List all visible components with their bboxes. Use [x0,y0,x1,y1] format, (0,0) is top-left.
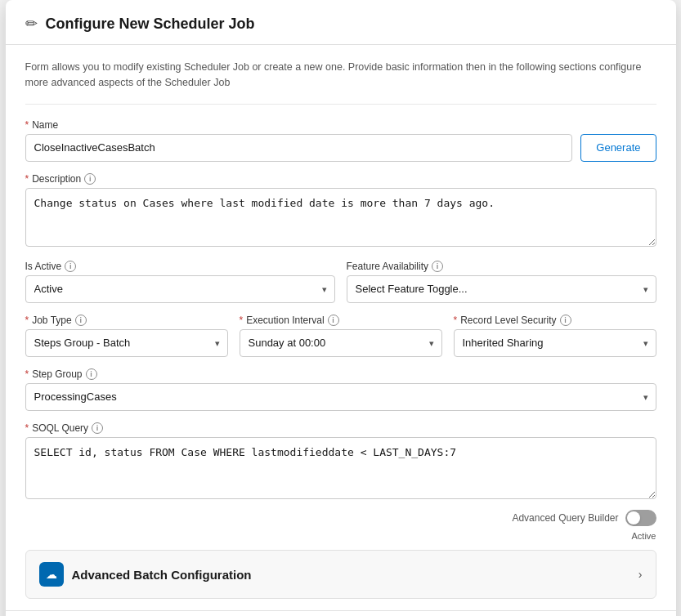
soql-query-label: * SOQL Query i [25,422,656,434]
name-required-star: * [25,119,29,131]
record-level-security-select[interactable]: Inherited Sharing System Mode [454,329,656,357]
modal-header: ✏ Configure New Scheduler Job [6,0,676,45]
soql-query-required-star: * [25,422,29,434]
is-active-select[interactable]: Active Inactive [25,275,335,303]
step-group-info-icon[interactable]: i [86,368,97,380]
execution-interval-select[interactable]: Sunday at 00:00 Monday at 00:00 [240,329,442,357]
job-type-group: * Job Type i Steps Group - Batch Other ▾ [25,315,228,357]
job-type-info-icon[interactable]: i [75,315,87,326]
feature-availability-info-icon[interactable]: i [432,261,443,272]
step-group-required-star: * [25,368,29,380]
is-active-group: Is Active i Active Inactive ▾ [25,261,335,303]
execution-interval-group: * Execution Interval i Sunday at 00:00 M… [240,315,442,357]
advanced-batch-left: ☁ Advanced Batch Configuration [39,562,252,587]
modal-footer: ✕ Close 💾 Save [6,610,676,616]
pencil-icon: ✏ [25,15,38,33]
record-level-security-label: * Record Level Security i [454,315,656,326]
advanced-batch-section: ☁ Advanced Batch Configuration › [25,550,656,599]
execution-interval-select-wrapper: Sunday at 00:00 Monday at 00:00 ▾ [240,329,442,357]
record-level-security-required-star: * [454,315,458,326]
advanced-batch-title: Advanced Batch Configuration [72,568,252,582]
advanced-query-toggle[interactable] [625,510,656,526]
name-label: * Name [25,119,656,131]
step-group-group: * Step Group i ProcessingCases ▾ [25,368,656,411]
job-type-row: * Job Type i Steps Group - Batch Other ▾… [25,315,656,368]
active-feature-row: Is Active i Active Inactive ▾ Feature Av… [25,261,656,315]
feature-availability-select-wrapper: Select Feature Toggle... ▾ [347,275,656,303]
step-group-select-wrapper: ProcessingCases ▾ [25,383,656,411]
advanced-batch-icon: ☁ [39,562,64,587]
advanced-batch-header[interactable]: ☁ Advanced Batch Configuration › [26,551,656,598]
name-group: * Name Generate [25,119,656,162]
description-required-star: * [25,173,29,185]
name-row: Generate [25,134,656,162]
description-label: * Description i [25,173,656,185]
form-description: Form allows you to modify existing Sched… [25,60,656,105]
configure-scheduler-modal: ✏ Configure New Scheduler Job Form allow… [6,0,676,616]
step-group-select[interactable]: ProcessingCases [25,383,656,411]
advanced-query-row: Advanced Query Builder [25,510,656,526]
is-active-select-wrapper: Active Inactive ▾ [25,275,335,303]
step-group-label: * Step Group i [25,368,656,380]
feature-availability-group: Feature Availability i Select Feature To… [347,261,656,303]
job-type-select-wrapper: Steps Group - Batch Other ▾ [25,329,228,357]
is-active-info-icon[interactable]: i [65,261,76,272]
job-type-label: * Job Type i [25,315,228,326]
execution-interval-required-star: * [240,315,244,326]
toggle-status-label: Active [632,531,656,541]
soql-query-info-icon[interactable]: i [92,422,103,434]
advanced-batch-chevron-icon: › [638,568,643,581]
is-active-label: Is Active i [25,261,335,272]
record-level-security-group: * Record Level Security i Inherited Shar… [454,315,656,357]
soql-query-group: * SOQL Query i SELECT id, status FROM Ca… [25,422,656,502]
advanced-query-builder-label: Advanced Query Builder [512,512,618,524]
job-type-select[interactable]: Steps Group - Batch Other [25,329,228,357]
generate-button[interactable]: Generate [580,134,656,162]
name-input[interactable] [25,134,573,162]
execution-interval-label: * Execution Interval i [240,315,442,326]
description-info-icon[interactable]: i [84,173,96,185]
record-level-security-info-icon[interactable]: i [560,315,571,326]
job-type-required-star: * [25,315,29,326]
execution-interval-info-icon[interactable]: i [328,315,339,326]
description-textarea[interactable]: Change status on Cases where last modifi… [25,188,656,247]
record-level-security-select-wrapper: Inherited Sharing System Mode ▾ [454,329,656,357]
toggle-knob [627,511,640,524]
modal-body: Form allows you to modify existing Sched… [6,45,676,610]
description-group: * Description i Change status on Cases w… [25,173,656,249]
soql-query-textarea[interactable]: SELECT id, status FROM Case WHERE lastmo… [25,437,656,500]
modal-title: Configure New Scheduler Job [46,16,255,33]
feature-availability-select[interactable]: Select Feature Toggle... [347,275,656,303]
feature-availability-label: Feature Availability i [347,261,656,272]
